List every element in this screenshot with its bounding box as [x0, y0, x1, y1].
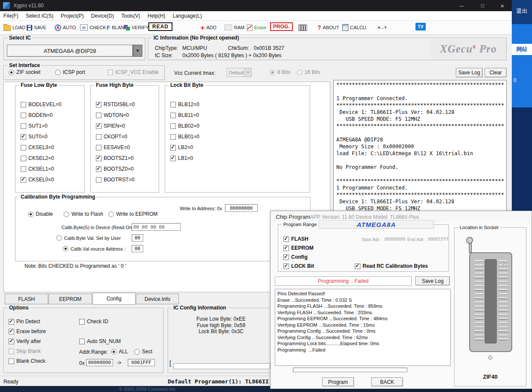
menu-file[interactable]: File(F) [3, 13, 18, 19]
menu-select-ic[interactable]: Select IC(S) [26, 13, 54, 19]
radio-calib-user-value[interactable]: Calib.Byte Val. Set by User [56, 235, 121, 241]
dialog-log-panel[interactable]: Pins Detected Passed! Erase ...Succeeded… [275, 289, 451, 366]
toolbar-tester-button[interactable] [298, 24, 307, 31]
toolbar-convert-button[interactable]: A→Y [378, 24, 387, 31]
checkbox-blb12[interactable]: BLB12=0 [170, 101, 200, 107]
toolbar-auto-button[interactable]: AAUTO [55, 24, 76, 31]
checkbox-label: BOOTSZ0=0 [104, 166, 134, 172]
read-label: READ [148, 22, 172, 31]
checkbox-dialog-eeprom[interactable]: EEPROM [283, 245, 314, 251]
checkbox-dialog-flash[interactable]: FLASH [283, 236, 308, 242]
checkbox-ckopt[interactable]: CKOPT=0 [96, 134, 127, 140]
checkbox-boden[interactable]: BODEN=0 [21, 112, 52, 118]
checkbox-bootrst[interactable]: BOOTRST=0 [96, 177, 135, 183]
menu-tools[interactable]: Tools(V) [121, 13, 140, 19]
checkbox-cksel3[interactable]: CKSEL3=0 [21, 144, 54, 150]
checkbox-rstdisbl[interactable]: RSTDISBL=0 [96, 101, 135, 107]
checkbox-auto-sn-num[interactable]: Auto SN_NUM [79, 338, 121, 344]
checkbox-blank-check[interactable]: Blank Check [9, 358, 45, 364]
checkbox-cksel2[interactable]: CKSEL2=0 [21, 155, 54, 161]
menu-language[interactable]: Language(L) [172, 13, 202, 19]
radio-icsp-port[interactable]: ICSP port [55, 69, 85, 75]
radio-calib-source-address[interactable]: Calib.Val source Address : [63, 246, 126, 251]
checkbox-cksel1[interactable]: CKSEL1=0 [21, 166, 54, 172]
radio-16-bits[interactable]: 16 Bits [297, 69, 320, 75]
tab-device-info[interactable]: Device.Info [136, 294, 179, 304]
checkbox-dialog-lock-bit[interactable]: LOCK Bit [283, 263, 314, 269]
addr-to-input[interactable]: 0001FFF [128, 359, 155, 366]
menu-help[interactable]: Help(H) [148, 13, 165, 19]
toolbar-read-button[interactable]: READ [148, 23, 172, 31]
ic-select-combobox[interactable]: ATMEGA8A @DIP28 [7, 45, 133, 57]
toolbar-load-button[interactable]: LOAD [3, 24, 25, 31]
addr-from-input[interactable]: 00000000 [86, 359, 113, 366]
write-to-address-label: Write to Address: 0x [180, 206, 222, 211]
clear-button[interactable]: Clear [485, 68, 507, 77]
checkbox-sut0[interactable]: SUT0=0 [21, 134, 47, 140]
tab-config[interactable]: Config [92, 293, 135, 305]
checkbox-check-id[interactable]: Check ID [79, 318, 108, 325]
vcc-current-select[interactable]: Default ▼ [227, 68, 252, 77]
ic-select-dropdown-button[interactable]: ▼ [133, 45, 142, 57]
checkbox-dialog-config[interactable]: Config [283, 254, 308, 260]
checkbox-wdton[interactable]: WDTON=0 [96, 112, 129, 118]
toolbar-check-button[interactable]: IDCHECK [80, 24, 106, 31]
checkbox-bootsz1[interactable]: BOOTSZ1=0 [96, 155, 134, 161]
radio-zif-socket[interactable]: ZIF socket [9, 69, 40, 75]
checkbox-sut1[interactable]: SUT1=0 [21, 123, 47, 129]
toolbar-verify-button[interactable]: VERIFY [124, 24, 149, 31]
checkbox-verify-after[interactable]: Verify after [9, 338, 41, 344]
toolbar-add-button[interactable]: +ADD [200, 24, 216, 31]
checkbox-cksel0[interactable]: CKSEL0=0 [21, 177, 54, 183]
close-button[interactable]: × [493, 0, 512, 11]
back-button[interactable]: BACK [371, 377, 403, 386]
checkbox-lb1[interactable]: LB1=0 [170, 155, 193, 161]
radio-addr-sect[interactable]: Sect [134, 349, 152, 355]
radio-8-bits[interactable]: 8 Bits [270, 69, 290, 75]
radio-write-to-flash[interactable]: Write to Flash [64, 211, 103, 217]
toolbar-about-button[interactable]: ?ABOUT [317, 24, 339, 31]
checkbox-blb01[interactable]: BLB01=0 [170, 134, 200, 140]
toolbar-calcu-button[interactable]: CALCU. [342, 24, 367, 31]
radio-calibration-disable[interactable]: Disable [28, 211, 53, 217]
write-address-input[interactable]: 00000000 [225, 204, 258, 212]
radio-label: Sect [142, 349, 152, 355]
calib-user-value-input[interactable]: 00 [132, 234, 143, 242]
checkbox-bodlevel[interactable]: BODLEVEL=0 [21, 101, 62, 107]
checkbox-box [21, 156, 26, 161]
checkbox-skip-blank[interactable]: Skip Blank [9, 348, 41, 354]
exit-button[interactable]: 退出 [513, 6, 531, 16]
checkbox-read-rc-calibration[interactable]: Read RC Calibration Bytes [355, 263, 428, 269]
checkbox-eesave[interactable]: EESAVE=0 [96, 144, 130, 150]
checkbox-box [21, 177, 26, 183]
toolbar-ram-button[interactable]: RAM [224, 24, 244, 31]
checkbox-blb02[interactable]: BLB02=0 [170, 123, 200, 129]
calib-source-address-value: 00 [135, 246, 140, 251]
calib-source-address-input[interactable]: 00 [132, 245, 143, 252]
toolbar-erase-button[interactable]: Erase [247, 24, 267, 31]
radio-write-to-eeprom[interactable]: Write to EEPROM [108, 211, 157, 217]
tab-eeprom[interactable]: EEPROM [49, 294, 92, 304]
checkbox-spien[interactable]: SPIEN=0 [96, 123, 125, 129]
checkbox-bootsz0[interactable]: BOOTSZ0=0 [96, 166, 134, 172]
checkbox-pin-detect[interactable]: Pin Detect [9, 318, 40, 325]
site-tab[interactable]: 网站 [512, 44, 532, 55]
dialog-save-log-button[interactable]: Save Log [415, 276, 450, 285]
radio-addr-all[interactable]: ALL [111, 349, 128, 355]
checkbox-icsp-vcc-enable[interactable]: ICSP_VCC Enable [108, 69, 159, 75]
menu-device[interactable]: Device(D) [91, 13, 114, 19]
tab-flash[interactable]: FLASH [5, 294, 48, 304]
ic-config-values: Fuse Low Byte: 0xEE Fuse high Byte: 0x59… [171, 316, 271, 335]
checkbox-erase-before[interactable]: Erase before [9, 328, 46, 334]
program-button[interactable]: Program [322, 377, 354, 386]
checkbox-blb11[interactable]: BLB11=0 [170, 112, 199, 118]
minimize-button[interactable]: — [452, 0, 472, 11]
toolbar-prog-button[interactable]: PROG. [270, 23, 293, 31]
toolbar-save-button[interactable]: SAVE [27, 24, 46, 31]
toolbar-tv-button[interactable]: TV [415, 23, 426, 31]
menu-project[interactable]: Project(P) [61, 13, 83, 19]
socket-pin-column-right [499, 260, 507, 343]
save-log-button[interactable]: Save Log [456, 68, 483, 77]
maximize-button[interactable]: □ [472, 0, 493, 11]
checkbox-lb2[interactable]: LB2=0 [170, 144, 193, 150]
